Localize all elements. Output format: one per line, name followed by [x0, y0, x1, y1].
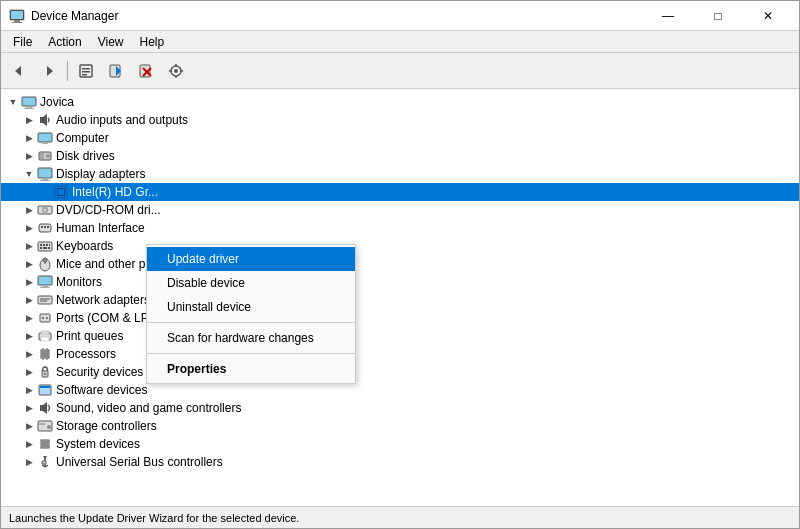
tree-item-computer[interactable]: ▶ Computer: [1, 129, 799, 147]
toggle-software[interactable]: ▶: [21, 382, 37, 398]
tree-item-sound[interactable]: ▶ Sound, video and game controllers: [1, 399, 799, 417]
tree-item-keyboards[interactable]: ▶ Keyboards: [1, 237, 799, 255]
tree-item-mice[interactable]: ▶ Mice and other p...: [1, 255, 799, 273]
label-processors: Processors: [56, 347, 116, 361]
maximize-button[interactable]: □: [695, 1, 741, 31]
svg-rect-78: [39, 423, 45, 425]
svg-point-38: [44, 209, 46, 211]
device-tree[interactable]: ▼ Jovica ▶ Audio: [1, 89, 799, 506]
toggle-security[interactable]: ▶: [21, 364, 37, 380]
toggle-root[interactable]: ▼: [5, 94, 21, 110]
tree-item-intel-gpu[interactable]: Intel(R) HD Gr...: [1, 183, 799, 201]
label-software: Software devices: [56, 383, 147, 397]
uninstall-button[interactable]: [132, 57, 160, 85]
toggle-network[interactable]: ▶: [21, 292, 37, 308]
update-driver-button[interactable]: [102, 57, 130, 85]
label-sound: Sound, video and game controllers: [56, 401, 241, 415]
back-button[interactable]: [5, 57, 33, 85]
toggle-display[interactable]: ▼: [21, 166, 37, 182]
device-manager-window: Device Manager — □ ✕ File Action View He…: [0, 0, 800, 529]
ctx-scan-changes[interactable]: Scan for hardware changes: [147, 326, 355, 350]
toggle-print[interactable]: ▶: [21, 328, 37, 344]
svg-marker-24: [40, 114, 47, 126]
tree-item-system[interactable]: ▶ System devices: [1, 435, 799, 453]
svg-rect-40: [41, 226, 43, 228]
toggle-keyboards[interactable]: ▶: [21, 238, 37, 254]
close-button[interactable]: ✕: [745, 1, 791, 31]
tree-item-print[interactable]: ▶ Print queues: [1, 327, 799, 345]
svg-rect-32: [40, 180, 50, 181]
svg-point-29: [46, 154, 50, 158]
label-ports: Ports (COM & LP...: [56, 311, 157, 325]
toggle-disk[interactable]: ▶: [21, 148, 37, 164]
minimize-button[interactable]: —: [645, 1, 691, 31]
tree-item-root[interactable]: ▼ Jovica: [1, 93, 799, 111]
svg-point-73: [44, 373, 46, 375]
icon-disk: [37, 148, 53, 164]
label-display: Display adapters: [56, 167, 145, 181]
tree-item-software[interactable]: ▶ Software devices: [1, 381, 799, 399]
menu-action[interactable]: Action: [40, 33, 89, 51]
tree-item-hid[interactable]: ▶ Human Interface: [1, 219, 799, 237]
svg-rect-2: [12, 22, 22, 23]
icon-monitors: [37, 274, 53, 290]
tree-item-display[interactable]: ▼ Display adapters: [1, 165, 799, 183]
forward-button[interactable]: [35, 57, 63, 85]
svg-rect-48: [40, 247, 42, 249]
svg-rect-31: [42, 178, 48, 180]
tree-item-processors[interactable]: ▶ Processors: [1, 345, 799, 363]
icon-security: [37, 364, 53, 380]
toggle-audio[interactable]: ▶: [21, 112, 37, 128]
app-icon: [9, 8, 25, 24]
svg-rect-3: [11, 11, 23, 19]
svg-rect-75: [40, 386, 50, 388]
menu-help[interactable]: Help: [132, 33, 173, 51]
ctx-disable-device[interactable]: Disable device: [147, 271, 355, 295]
toggle-processors[interactable]: ▶: [21, 346, 37, 362]
svg-rect-50: [48, 247, 50, 249]
toggle-mice[interactable]: ▶: [21, 256, 37, 272]
label-print: Print queues: [56, 329, 123, 343]
tree-item-security[interactable]: ▶ Security devices: [1, 363, 799, 381]
tree-item-ports[interactable]: ▶ Ports (COM & LP...: [1, 309, 799, 327]
label-hid: Human Interface: [56, 221, 145, 235]
tree-item-disk[interactable]: ▶ Disk drives: [1, 147, 799, 165]
svg-rect-35: [58, 189, 64, 195]
tree-item-storage[interactable]: ▶ Storage controllers: [1, 417, 799, 435]
status-text: Launches the Update Driver Wizard for th…: [9, 512, 299, 524]
toggle-storage[interactable]: ▶: [21, 418, 37, 434]
icon-print: [37, 328, 53, 344]
label-dvd: DVD/CD-ROM dri...: [56, 203, 161, 217]
ctx-update-driver[interactable]: Update driver: [147, 247, 355, 271]
icon-system: [37, 436, 53, 452]
toggle-dvd[interactable]: ▶: [21, 202, 37, 218]
ctx-uninstall-device[interactable]: Uninstall device: [147, 295, 355, 319]
toggle-sound[interactable]: ▶: [21, 400, 37, 416]
toggle-intel-gpu: [37, 184, 53, 200]
svg-rect-43: [38, 242, 52, 251]
tree-item-network[interactable]: ▶ Network adapters: [1, 291, 799, 309]
toggle-computer[interactable]: ▶: [21, 130, 37, 146]
label-storage: Storage controllers: [56, 419, 157, 433]
tree-item-usb[interactable]: ▶ Universal Serial Bus controllers: [1, 453, 799, 471]
svg-marker-76: [40, 402, 47, 414]
toggle-hid[interactable]: ▶: [21, 220, 37, 236]
svg-rect-57: [38, 296, 52, 304]
toggle-monitors[interactable]: ▶: [21, 274, 37, 290]
menu-file[interactable]: File: [5, 33, 40, 51]
scan-changes-button[interactable]: [162, 57, 190, 85]
menu-view[interactable]: View: [90, 33, 132, 51]
icon-software: [37, 382, 53, 398]
tree-item-monitors[interactable]: ▶ Monitors: [1, 273, 799, 291]
icon-ports: [37, 310, 53, 326]
toggle-usb[interactable]: ▶: [21, 454, 37, 470]
toggle-ports[interactable]: ▶: [21, 310, 37, 326]
ctx-properties[interactable]: Properties: [147, 357, 355, 381]
properties-button[interactable]: [72, 57, 100, 85]
icon-computer: [37, 130, 53, 146]
tree-item-dvd[interactable]: ▶ DVD/CD-ROM dri...: [1, 201, 799, 219]
label-system: System devices: [56, 437, 140, 451]
tree-item-audio[interactable]: ▶ Audio inputs and outputs: [1, 111, 799, 129]
ctx-sep-1: [147, 322, 355, 323]
toggle-system[interactable]: ▶: [21, 436, 37, 452]
